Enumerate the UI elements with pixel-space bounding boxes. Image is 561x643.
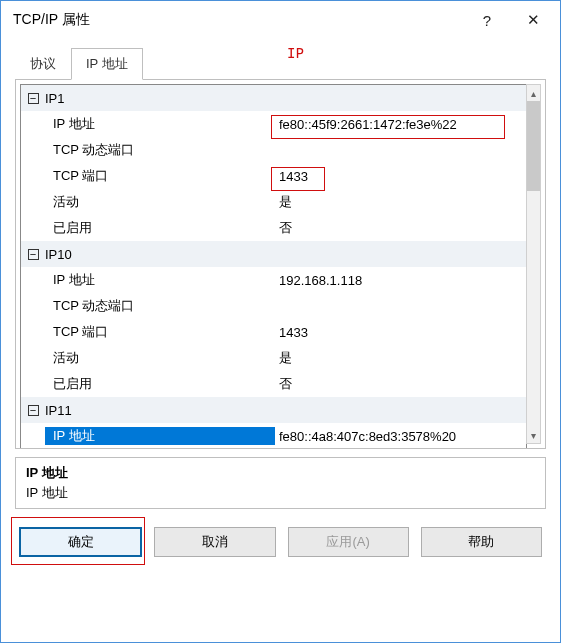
prop-row[interactable]: IP 地址 fe80::4a8:407c:8ed3:3578%20: [21, 423, 526, 448]
prop-label: 活动: [45, 193, 275, 211]
prop-label: 已启用: [45, 219, 275, 237]
prop-row[interactable]: 活动 是: [21, 189, 526, 215]
apply-button[interactable]: 应用(A): [288, 527, 409, 557]
group-header[interactable]: − IP10: [21, 241, 526, 267]
prop-value[interactable]: 否: [275, 375, 526, 393]
prop-value[interactable]: fe80::45f9:2661:1472:fe3e%22: [275, 117, 526, 132]
prop-value[interactable]: 是: [275, 349, 526, 367]
scroll-up-icon[interactable]: ▴: [527, 85, 540, 101]
group-name: IP1: [45, 91, 275, 106]
group-header[interactable]: − IP11: [21, 397, 526, 423]
collapse-icon[interactable]: −: [28, 405, 39, 416]
collapse-icon[interactable]: −: [28, 93, 39, 104]
scroll-down-icon[interactable]: ▾: [527, 427, 540, 443]
prop-label: 活动: [45, 349, 275, 367]
property-grid: − IP1 IP 地址 fe80::45f9:2661:1472:fe3e%22: [15, 79, 546, 449]
grid-inner: − IP1 IP 地址 fe80::45f9:2661:1472:fe3e%22: [20, 84, 527, 448]
prop-row[interactable]: 活动 是: [21, 345, 526, 371]
description-panel: IP 地址 IP 地址: [15, 457, 546, 509]
prop-label: IP 地址: [45, 115, 275, 133]
prop-label: IP 地址: [45, 427, 275, 445]
window-title: TCP/IP 属性: [13, 11, 464, 29]
description-title: IP 地址: [26, 464, 535, 482]
close-button[interactable]: ✕: [510, 1, 556, 39]
group-name: IP11: [45, 403, 275, 418]
prop-label: TCP 动态端口: [45, 297, 275, 315]
dialog-content: 协议 IP 地址 IP − IP1 IP 地址 fe80::45f9:2661:…: [1, 39, 560, 642]
prop-row[interactable]: IP 地址 192.168.1.118: [21, 267, 526, 293]
prop-label: 已启用: [45, 375, 275, 393]
tab-strip: 协议 IP 地址: [15, 47, 546, 79]
prop-value[interactable]: 192.168.1.118: [275, 273, 526, 288]
ok-button[interactable]: 确定: [19, 527, 142, 557]
button-row: 确定 取消 应用(A) 帮助: [15, 527, 546, 557]
prop-label: TCP 动态端口: [45, 141, 275, 159]
title-bar: TCP/IP 属性 ? ✕: [1, 1, 560, 39]
vertical-scrollbar[interactable]: ▴ ▾: [526, 84, 541, 444]
description-text: IP 地址: [26, 484, 535, 502]
prop-row[interactable]: TCP 端口 1433: [21, 319, 526, 345]
prop-label: TCP 端口: [45, 167, 275, 185]
group-header[interactable]: − IP1: [21, 85, 526, 111]
prop-value[interactable]: 1433: [275, 325, 526, 340]
scroll-thumb[interactable]: [527, 101, 540, 191]
scroll-track[interactable]: [527, 101, 540, 427]
collapse-icon[interactable]: −: [28, 249, 39, 260]
prop-row[interactable]: 已启用 否: [21, 371, 526, 397]
prop-row[interactable]: TCP 动态端口: [21, 293, 526, 319]
prop-value[interactable]: 1433: [275, 169, 526, 184]
tab-protocol[interactable]: 协议: [15, 48, 71, 80]
prop-row[interactable]: TCP 动态端口: [21, 137, 526, 163]
cancel-button[interactable]: 取消: [154, 527, 275, 557]
prop-label: IP 地址: [45, 271, 275, 289]
prop-row[interactable]: 已启用 否: [21, 215, 526, 241]
dialog-window: TCP/IP 属性 ? ✕ 协议 IP 地址 IP − IP1 IP 地址: [0, 0, 561, 643]
prop-row[interactable]: TCP 端口 1433: [21, 163, 526, 189]
prop-row[interactable]: IP 地址 fe80::45f9:2661:1472:fe3e%22: [21, 111, 526, 137]
group-name: IP10: [45, 247, 275, 262]
prop-value[interactable]: 否: [275, 219, 526, 237]
prop-value[interactable]: fe80::4a8:407c:8ed3:3578%20: [275, 429, 526, 444]
help-button-bottom[interactable]: 帮助: [421, 527, 542, 557]
prop-value[interactable]: 是: [275, 193, 526, 211]
help-button[interactable]: ?: [464, 1, 510, 39]
prop-label: TCP 端口: [45, 323, 275, 341]
tab-ip[interactable]: IP 地址: [71, 48, 143, 80]
